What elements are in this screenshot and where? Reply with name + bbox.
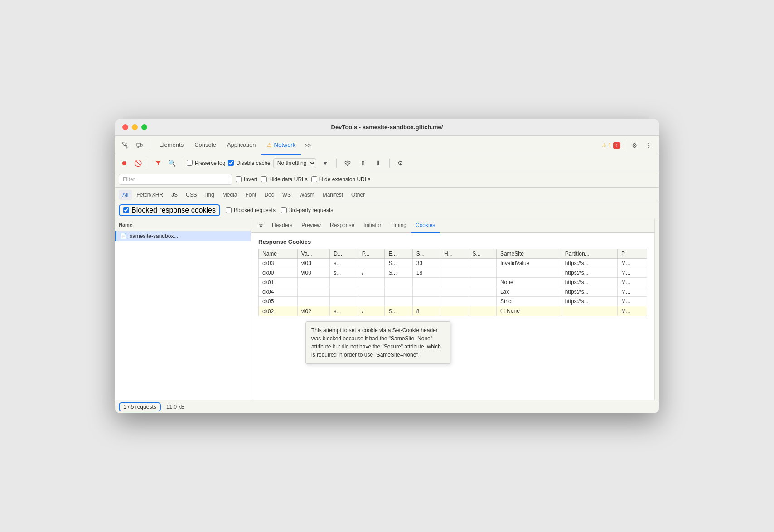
- download-icon[interactable]: ⬇: [372, 157, 385, 169]
- resource-font[interactable]: Font: [242, 190, 260, 200]
- preserve-log-checkbox[interactable]: [187, 160, 193, 166]
- resource-other[interactable]: Other: [348, 190, 368, 200]
- cell-priority: M...: [618, 268, 647, 278]
- resource-ws[interactable]: WS: [279, 190, 295, 200]
- third-party-label[interactable]: 3rd-party requests: [281, 207, 333, 213]
- tab-network[interactable]: ⚠ Network: [261, 136, 301, 155]
- resource-css[interactable]: CSS: [182, 190, 201, 200]
- cell-domain: [330, 297, 358, 306]
- table-row-highlighted[interactable]: ck02 vl02 s... / S... 8 ⓘ None: [259, 306, 647, 316]
- col-name: Name: [259, 249, 298, 259]
- resource-manifest[interactable]: Manifest: [319, 190, 347, 200]
- resource-wasm[interactable]: Wasm: [295, 190, 318, 200]
- cell-httponly: [440, 306, 469, 316]
- throttle-select[interactable]: No throttling: [273, 158, 316, 168]
- cell-secure: [469, 268, 496, 278]
- cell-httponly: [440, 297, 469, 306]
- error-badge[interactable]: 1: [613, 142, 620, 149]
- requests-header: Name: [115, 218, 251, 231]
- upload-icon[interactable]: ⬆: [357, 157, 369, 169]
- more-icon[interactable]: ⋮: [643, 139, 655, 152]
- resource-js[interactable]: JS: [168, 190, 181, 200]
- col-size: S...: [412, 249, 440, 259]
- blocked-requests-label[interactable]: Blocked requests: [226, 207, 276, 213]
- requests-count: 1 / 5 requests: [119, 402, 161, 411]
- tab-response[interactable]: Response: [325, 218, 359, 233]
- settings-icon[interactable]: ⚙: [628, 139, 641, 152]
- table-row[interactable]: ck03 vl03 s... S... 33 InvalidValue http…: [259, 259, 647, 268]
- cell-secure: [469, 287, 496, 297]
- minimize-button[interactable]: [132, 124, 138, 130]
- resource-doc[interactable]: Doc: [261, 190, 277, 200]
- resource-all[interactable]: All: [119, 190, 132, 200]
- close-detail-icon[interactable]: ✕: [255, 222, 267, 229]
- cell-partition: https://s...: [561, 268, 617, 278]
- hide-ext-urls-label[interactable]: Hide extension URLs: [311, 176, 371, 183]
- cell-priority: M...: [618, 297, 647, 306]
- cell-domain: [330, 287, 358, 297]
- cell-domain: [330, 278, 358, 287]
- close-button[interactable]: [122, 124, 128, 130]
- resource-fetch-xhr[interactable]: Fetch/XHR: [133, 190, 167, 200]
- maximize-button[interactable]: [141, 124, 147, 130]
- divider6: [389, 159, 390, 168]
- cell-path: [358, 297, 385, 306]
- cell-priority: M...: [618, 287, 647, 297]
- third-party-checkbox[interactable]: [281, 207, 287, 213]
- disable-cache-checkbox[interactable]: [228, 160, 234, 166]
- cell-name: ck01: [259, 278, 298, 287]
- tab-preview[interactable]: Preview: [297, 218, 325, 233]
- cell-httponly: [440, 268, 469, 278]
- table-row[interactable]: ck01 None https://s... M...: [259, 278, 647, 287]
- tab-timing[interactable]: Timing: [386, 218, 411, 233]
- disable-cache-label[interactable]: Disable cache: [228, 160, 270, 166]
- table-row[interactable]: ck00 vl00 s... / S... 18 https://s... M.…: [259, 268, 647, 278]
- resource-media[interactable]: Media: [219, 190, 241, 200]
- tab-console[interactable]: Console: [189, 136, 222, 155]
- invert-label[interactable]: Invert: [236, 176, 257, 183]
- inspect-icon[interactable]: [119, 139, 131, 152]
- table-row[interactable]: ck04 Lax https://s... M...: [259, 287, 647, 297]
- col-secure: S...: [469, 249, 496, 259]
- cell-samesite: ⓘ None: [496, 306, 561, 316]
- warning-badge[interactable]: ⚠ 1: [602, 142, 611, 149]
- device-icon[interactable]: [133, 139, 146, 152]
- tab-application[interactable]: Application: [222, 136, 261, 155]
- tab-more[interactable]: >>: [301, 136, 314, 155]
- hide-ext-urls-checkbox[interactable]: [311, 176, 317, 182]
- network-settings-icon[interactable]: ⚙: [394, 157, 407, 169]
- error-count: 1: [613, 142, 620, 149]
- cell-secure: [469, 278, 496, 287]
- table-row[interactable]: ck05 Strict https://s... M...: [259, 297, 647, 306]
- wifi-icon[interactable]: [341, 157, 354, 169]
- filter-input[interactable]: [119, 174, 232, 185]
- cookies-content: Response Cookies Name Va... D... P... E.…: [251, 233, 654, 400]
- scrollbar[interactable]: [654, 218, 659, 400]
- tab-initiator[interactable]: Initiator: [359, 218, 386, 233]
- resource-img[interactable]: Img: [202, 190, 218, 200]
- hide-data-urls-label[interactable]: Hide data URLs: [261, 176, 308, 183]
- cell-expires: [385, 297, 412, 306]
- blocked-response-checkbox[interactable]: [123, 207, 129, 213]
- col-partition: Partition...: [561, 249, 617, 259]
- invert-checkbox[interactable]: [236, 176, 242, 182]
- cell-partition: https://s...: [561, 287, 617, 297]
- throttle-arrow-icon[interactable]: ▼: [319, 157, 332, 169]
- filter-icon[interactable]: [153, 158, 164, 169]
- tab-headers[interactable]: Headers: [267, 218, 297, 233]
- record-button[interactable]: ⏺: [119, 158, 130, 169]
- tab-elements[interactable]: Elements: [154, 136, 189, 155]
- preserve-log-label[interactable]: Preserve log: [187, 160, 225, 166]
- table-header-row: Name Va... D... P... E... S... H... S...…: [259, 249, 647, 259]
- blocked-requests-checkbox[interactable]: [226, 207, 232, 213]
- request-item[interactable]: 📄 samesite-sandbox....: [115, 231, 251, 241]
- tab-cookies[interactable]: Cookies: [411, 218, 440, 233]
- clear-button[interactable]: 🚫: [132, 158, 143, 169]
- transfer-size: 11.0 kE: [166, 404, 185, 410]
- col-samesite: SameSite: [496, 249, 561, 259]
- cell-expires: S...: [385, 259, 412, 268]
- search-icon[interactable]: 🔍: [166, 158, 177, 169]
- blocked-response-cookies-filter[interactable]: Blocked response cookies: [119, 204, 220, 216]
- cell-size: 8: [412, 306, 440, 316]
- hide-data-urls-checkbox[interactable]: [261, 176, 267, 182]
